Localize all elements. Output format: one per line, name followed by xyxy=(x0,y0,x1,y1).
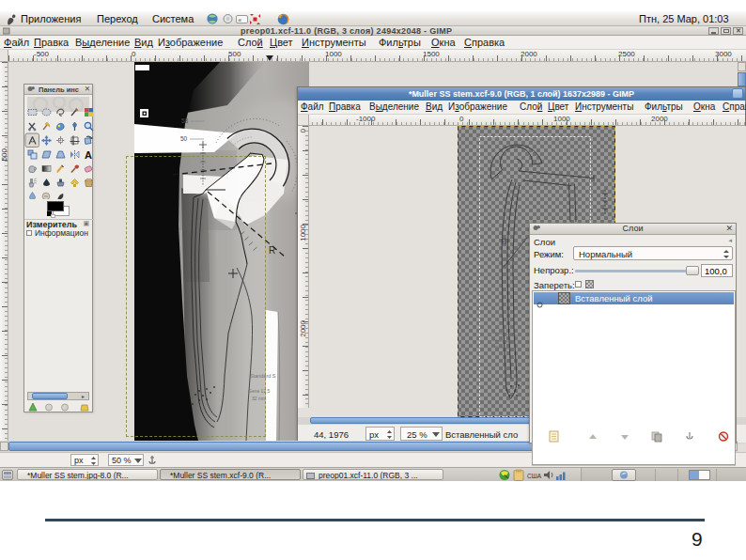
svg-text:50: 50 xyxy=(180,135,188,142)
svg-text:Я: Я xyxy=(501,237,507,246)
svg-text:R: R xyxy=(269,245,275,256)
svg-text:58: 58 xyxy=(181,117,189,124)
svg-text:A: A xyxy=(85,149,92,161)
svg-text:США: США xyxy=(527,473,542,479)
svg-text:≋: ≋ xyxy=(238,17,241,23)
